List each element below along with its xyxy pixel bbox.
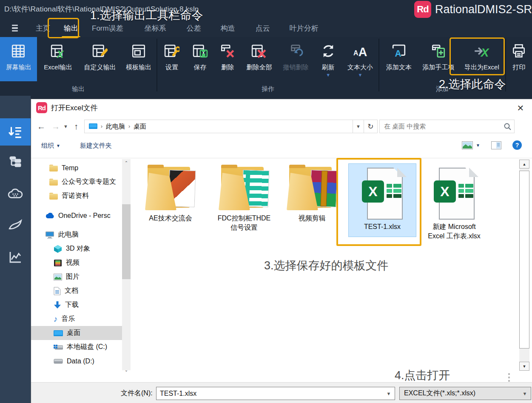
brand-area: Rd RationalDMIS2-SR [414,1,532,18]
organize-button[interactable]: 组织 [41,142,54,150]
search-placeholder: 在 桌面 中搜索 [380,123,501,131]
file-tile-new-excel[interactable]: X 新建 Microsoft Excel 工作表.xlsx [418,168,490,241]
list-scroll-thumb[interactable] [519,171,529,349]
undo-delete-icon [288,41,303,61]
add-text-button[interactable]: A 添加文本 [379,37,418,81]
tree-scroll-up-icon[interactable]: ⌃ [122,159,131,166]
delete-button[interactable]: 删除 [214,37,242,81]
print-button[interactable]: 打印 [506,37,532,81]
text-size-icon: A A [353,41,368,61]
search-icon[interactable] [501,123,514,130]
list-scroll-up-icon[interactable]: ▲ [519,160,529,169]
address-bar[interactable]: › 此电脑 › 桌面 ▼ ↻ [84,120,378,133]
sidebar-tree-icon[interactable] [0,149,31,176]
tree-item-data-d[interactable]: Data (D:) [31,354,122,368]
annotation-step1: 1.选择输出工具栏命令 [90,8,203,23]
filename-caret-icon[interactable]: ▼ [383,391,395,396]
tab-home[interactable]: 主页 [29,20,57,37]
screen-output-button[interactable]: 屏幕输出 [0,37,37,81]
sidebar-output-list-icon[interactable] [0,118,31,146]
tree-item-temp[interactable]: Temp [31,161,122,175]
file-tile-video-edit[interactable]: 视频剪辑 [278,167,346,223]
tree-item-music[interactable]: ♪ 音乐 [31,312,122,326]
tree-item-pictures[interactable]: 图片 [31,270,122,284]
export-to-excel-button[interactable]: X 导出为Excel [458,37,505,81]
history-caret-icon[interactable]: ▼ [63,124,68,129]
tree-item-3d-objects[interactable]: 3D 对象 [31,242,122,256]
forward-icon[interactable]: → [51,122,60,131]
dialog-command-bar: 组织 ▼ 新建文件夹 ▼ ? [31,138,532,153]
new-folder-button[interactable]: 新建文件夹 [80,142,112,150]
resize-grip [508,373,510,382]
tree-item-documents[interactable]: 文档 [31,284,122,298]
sidebar-blade-icon[interactable] [0,212,31,239]
refresh-button[interactable]: 刷新 ▼ [314,37,342,81]
tab-blade-analysis[interactable]: 叶片分析 [283,20,325,37]
dialog-close-icon[interactable]: ✕ [515,102,526,114]
settings-button[interactable]: 设置 [157,37,186,81]
organize-caret-icon[interactable]: ▼ [56,143,60,148]
folder-icon [49,193,58,200]
text-size-dropdown-caret[interactable]: ▼ [358,73,363,77]
download-icon [54,301,61,309]
views-button[interactable]: ▼ [462,141,480,149]
add-manual-item-button[interactable]: 添加手工项 [418,37,458,81]
menu-kebab-icon[interactable] [12,25,18,32]
tree-item-onedrive[interactable]: OneDrive - Persc [31,209,122,223]
dialog-title-bar[interactable]: Rd 打开Excel文件 ✕ [31,99,532,116]
breadcrumb-this-pc[interactable]: 此电脑 [106,123,125,131]
tree-scroll-down-icon[interactable]: ⌄ [122,366,131,374]
tree-item-videos[interactable]: 视频 [31,256,122,270]
search-box[interactable]: 在 桌面 中搜索 [379,120,515,133]
desktop-mini-icon [89,123,97,130]
file-tile-test1[interactable]: X TEST-1.xlsx [348,168,416,232]
file-tile-ae[interactable]: AE技术交流会 [137,167,205,223]
tree-item-gongzhonghao[interactable]: 公众号文章专题文 [31,175,122,189]
refresh-dropdown-caret[interactable]: ▼ [326,73,330,77]
tree-item-local-disk-c[interactable]: 本地磁盘 (C:) [31,340,122,354]
tree-item-this-pc[interactable]: 此电脑 [31,228,122,242]
filetype-caret-icon[interactable]: ▼ [519,391,531,396]
picture-icon [54,274,62,280]
preview-pane-icon[interactable] [491,141,501,149]
screen-output-icon [11,41,26,61]
breadcrumb-desktop[interactable]: 桌面 [134,123,146,131]
up-icon[interactable]: ↑ [74,122,78,131]
filetype-combo[interactable]: EXCEL文件(*.xls;*.xlsx) ▼ [399,387,531,400]
filetype-value: EXCEL文件(*.xls;*.xlsx) [400,389,519,398]
file-list-scrollbar[interactable]: ▲ ▼ [519,160,529,371]
sidebar-pointcloud-icon[interactable] [0,180,31,208]
tree-item-desktop[interactable]: 桌面 [31,326,122,340]
svg-text:A: A [353,49,358,57]
tab-output[interactable]: 输出 [57,20,85,37]
back-icon[interactable]: ← [37,122,46,131]
tree-item-xunuo[interactable]: 胥诺资料 [31,189,122,203]
svg-text:A: A [395,49,401,58]
address-caret-icon[interactable]: ▼ [353,120,364,133]
list-scroll-down-icon[interactable]: ▼ [519,362,529,371]
excel-output-icon: X [51,41,66,61]
group-label-output: 输出 [0,85,156,93]
sidebar-chart-icon[interactable] [0,243,31,271]
delete-all-button[interactable]: 删除全部 [241,37,277,81]
tab-construct[interactable]: 构造 [214,20,242,37]
tree-item-downloads[interactable]: 下载 [31,298,122,312]
folder-icon-large [145,167,196,211]
help-icon[interactable]: ? [512,140,522,150]
tree-scrollbar[interactable]: ⌃ ⌄ [122,159,131,370]
filename-combo[interactable]: TEST-1.xlsx ▼ [156,387,395,400]
text-size-button[interactable]: A A 文本大小 ▼ [342,37,378,81]
tab-pointcloud[interactable]: 点云 [249,20,277,37]
tree-scroll-thumb[interactable] [122,204,131,279]
template-output-button[interactable]: 模板输出 [121,37,156,81]
refresh-icon [320,41,336,61]
settings-icon [164,41,179,61]
save-button[interactable]: 保存 [186,37,214,81]
custom-output-button[interactable]: 自定义输出 [79,37,121,81]
address-refresh-icon[interactable]: ↻ [364,120,377,133]
template-output-icon [131,41,146,61]
group-label-operations: 操作 [157,85,378,93]
excel-output-button[interactable]: X Excel输出 [37,37,79,81]
file-tile-fdc[interactable]: FDC控制柜THDE 信号设置 [210,167,278,233]
3d-object-icon [54,245,62,253]
